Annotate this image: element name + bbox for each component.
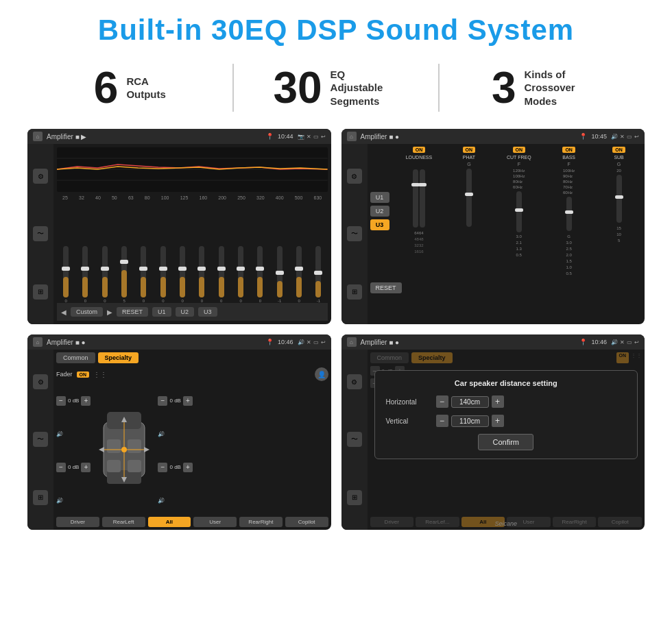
eq-thumb-9[interactable] bbox=[237, 267, 245, 271]
eq-thumb-3[interactable] bbox=[120, 260, 128, 264]
amp-toggle-phat: ON PHAT G bbox=[446, 147, 492, 276]
eq-track-3[interactable] bbox=[121, 246, 127, 297]
screens-grid: ⌂ Amplifier ■ ▶ 📍 10:44 📷✕▭↩ ⚙ 〜 ⊞ bbox=[27, 129, 645, 530]
eq-thumb-8[interactable] bbox=[217, 267, 226, 271]
eq-thumb-12[interactable] bbox=[295, 267, 303, 271]
spk-plus-0[interactable]: + bbox=[81, 396, 91, 406]
stats-row: 6 RCAOutputs 30 EQ AdjustableSegments 3 … bbox=[27, 64, 645, 112]
dist-confirm-btn[interactable]: Confirm bbox=[478, 434, 533, 450]
spk-filter-icon[interactable]: ⚙ bbox=[33, 374, 48, 389]
amp-u2-btn[interactable]: U2 bbox=[370, 206, 389, 217]
eq-track-0[interactable] bbox=[63, 246, 69, 297]
spk-plus-3[interactable]: + bbox=[183, 463, 193, 472]
dist-copilot-btn: Copilot bbox=[598, 517, 642, 527]
dist-horizontal-minus[interactable]: − bbox=[436, 395, 448, 408]
eq-expand-icon[interactable]: ⊞ bbox=[33, 284, 48, 300]
spk-minus-3[interactable]: − bbox=[158, 463, 167, 472]
pin-icon-4: 📍 bbox=[579, 339, 587, 345]
dist-filter-icon[interactable]: ⚙ bbox=[347, 374, 362, 389]
eq-track-2[interactable] bbox=[102, 246, 108, 297]
eq-track-12[interactable] bbox=[296, 246, 302, 297]
amp-bass-thumb[interactable] bbox=[565, 210, 573, 214]
amp-u3-btn[interactable]: U3 bbox=[370, 219, 389, 230]
eq-thumb-7[interactable] bbox=[197, 267, 206, 271]
spk-plus-2[interactable]: + bbox=[183, 396, 193, 406]
spk-rearright-btn[interactable]: RearRight bbox=[239, 517, 283, 527]
eq-thumb-13[interactable] bbox=[314, 271, 322, 275]
stat-crossover: 3 Kinds ofCrossover Modes bbox=[453, 66, 631, 110]
eq-u1-btn[interactable]: U1 bbox=[152, 307, 171, 317]
eq-thumb-11[interactable] bbox=[276, 271, 284, 275]
spk-rearleft-btn[interactable]: RearLeft bbox=[102, 517, 145, 527]
amp-on-bass[interactable]: ON bbox=[562, 147, 575, 153]
eq-thumb-6[interactable] bbox=[178, 267, 187, 271]
amp-filter-icon[interactable]: ⚙ bbox=[347, 169, 362, 184]
eq-track-6[interactable] bbox=[180, 246, 185, 297]
spk-expand-icon[interactable]: ⊞ bbox=[33, 490, 48, 505]
dist-wave-icon[interactable]: 〜 bbox=[347, 432, 362, 447]
spk-wave-icon[interactable]: 〜 bbox=[33, 432, 48, 447]
amp-loudness-track2[interactable] bbox=[420, 169, 425, 228]
eq-track-1[interactable] bbox=[82, 246, 88, 297]
spk-tab-common[interactable]: Common bbox=[56, 352, 95, 363]
spk-driver-btn[interactable]: Driver bbox=[56, 517, 99, 527]
spk-minus-0[interactable]: − bbox=[56, 396, 66, 406]
dist-vertical-plus[interactable]: + bbox=[492, 415, 504, 427]
dist-expand-icon[interactable]: ⊞ bbox=[347, 490, 362, 505]
dist-tab-common[interactable]: Common bbox=[370, 352, 409, 363]
eq-thumb-0[interactable] bbox=[62, 267, 70, 271]
eq-track-8[interactable] bbox=[219, 246, 224, 297]
amp-on-loudness[interactable]: ON bbox=[413, 147, 426, 153]
eq-track-7[interactable] bbox=[199, 246, 204, 297]
spk-tab-specialty[interactable]: Specialty bbox=[98, 352, 139, 363]
amp-bass-track[interactable] bbox=[566, 197, 572, 231]
amp-expand-icon[interactable]: ⊞ bbox=[347, 284, 362, 300]
spk-all-btn[interactable]: All bbox=[148, 517, 191, 527]
amp-phat-thumb[interactable] bbox=[465, 193, 473, 196]
eq-track-4[interactable] bbox=[141, 246, 146, 297]
eq-track-13[interactable] bbox=[315, 246, 321, 297]
amp-u1-btn[interactable]: U1 bbox=[370, 192, 389, 203]
eq-u2-btn[interactable]: U2 bbox=[176, 307, 195, 317]
eq-thumb-10[interactable] bbox=[256, 267, 264, 271]
amp-phat-track[interactable] bbox=[466, 169, 472, 227]
dist-tab-specialty[interactable]: Specialty bbox=[411, 352, 453, 363]
amp-loudness-thumb2[interactable] bbox=[418, 183, 427, 186]
amp-loudness-track1[interactable] bbox=[413, 169, 418, 228]
stat-crossover-text: Kinds ofCrossover Modes bbox=[524, 68, 592, 108]
dist-horizontal-plus[interactable]: + bbox=[492, 395, 504, 408]
screen-spk: ⌂ Amplifier ■ ● 📍 10:46 🔊✕▭↩ ⚙ 〜 ⊞ Commo… bbox=[27, 334, 331, 530]
eq-thumb-4[interactable] bbox=[139, 267, 147, 271]
spk-user-btn[interactable]: User bbox=[193, 517, 237, 527]
amp-wave-icon[interactable]: 〜 bbox=[347, 226, 362, 241]
eq-thumb-5[interactable] bbox=[159, 267, 167, 271]
eq-filter-icon[interactable]: ⚙ bbox=[33, 169, 48, 184]
eq-sidebar: ⚙ 〜 ⊞ bbox=[27, 144, 53, 324]
eq-track-10[interactable] bbox=[257, 246, 263, 297]
spk-copilot-btn[interactable]: Copilot bbox=[285, 517, 328, 527]
amp-sub-thumb[interactable] bbox=[615, 195, 623, 199]
amp-on-sub[interactable]: ON bbox=[612, 147, 625, 153]
spk-plus-1[interactable]: + bbox=[81, 463, 91, 472]
amp-cutfreq-thumb[interactable] bbox=[515, 208, 523, 212]
spk-speaker-icon-row4: 🔊 bbox=[158, 498, 192, 504]
eq-track-9[interactable] bbox=[238, 246, 243, 297]
eq-track-11[interactable] bbox=[277, 246, 283, 297]
eq-wave-icon[interactable]: 〜 bbox=[33, 226, 48, 241]
eq-thumb-2[interactable] bbox=[101, 267, 109, 271]
dist-vertical-minus[interactable]: − bbox=[436, 415, 448, 427]
eq-thumb-1[interactable] bbox=[81, 267, 89, 271]
amp-on-cutfreq[interactable]: ON bbox=[513, 147, 526, 153]
eq-next-btn[interactable]: ▶ bbox=[107, 308, 112, 316]
eq-u3-btn[interactable]: U3 bbox=[198, 307, 217, 317]
eq-reset-btn[interactable]: RESET bbox=[117, 307, 148, 317]
amp-sub-track[interactable] bbox=[616, 175, 622, 223]
spk-minus-1[interactable]: − bbox=[56, 463, 66, 472]
amp-reset-btn[interactable]: RESET bbox=[370, 282, 402, 293]
amp-on-phat[interactable]: ON bbox=[463, 147, 476, 153]
spk-minus-2[interactable]: − bbox=[158, 396, 167, 406]
spk-fader-on[interactable]: ON bbox=[77, 371, 90, 378]
eq-track-5[interactable] bbox=[160, 246, 166, 297]
amp-cutfreq-track[interactable] bbox=[516, 191, 522, 232]
eq-prev-btn[interactable]: ◀ bbox=[61, 308, 67, 316]
